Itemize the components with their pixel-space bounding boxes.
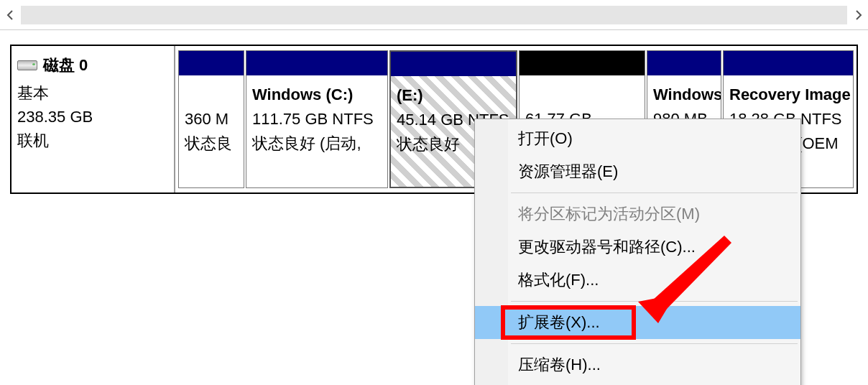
- menu-separator: [511, 192, 798, 193]
- partition[interactable]: Windows (C:)111.75 GB NTFS状态良好 (启动,: [246, 50, 388, 188]
- menu-item[interactable]: 格式化(F)...: [475, 264, 800, 297]
- menu-separator: [511, 301, 798, 302]
- partition-label: Windows: [653, 83, 716, 107]
- partition-header: [391, 52, 516, 76]
- disk-size: 238.35 GB: [17, 105, 168, 129]
- partition-body: 360 M状态良: [179, 75, 244, 187]
- menu-item[interactable]: 更改驱动器号和路径(C)...: [475, 231, 800, 264]
- menu-separator: [511, 343, 798, 344]
- partition-status: 状态良: [185, 131, 239, 156]
- menu-item: 将分区标记为活动分区(M): [475, 198, 800, 231]
- scroll-right-icon[interactable]: [849, 4, 868, 26]
- disk-status: 联机: [17, 129, 168, 152]
- menu-item[interactable]: 打开(O): [475, 122, 800, 155]
- scroll-left-icon[interactable]: [0, 4, 19, 26]
- menu-item[interactable]: 压缩卷(H)...: [475, 348, 800, 381]
- disk-icon: [17, 60, 37, 70]
- menu-item[interactable]: 资源管理器(E): [475, 155, 800, 188]
- horizontal-scrollbar[interactable]: [0, 0, 868, 30]
- partition-label: Windows (C:): [252, 83, 383, 107]
- partition-label: [185, 83, 239, 107]
- partition-header: [246, 51, 387, 75]
- disk-title: 磁盘 0: [43, 53, 88, 77]
- disk-info: 磁盘 0 基本 238.35 GB 联机: [11, 46, 175, 192]
- menu-item[interactable]: 扩展卷(X)...: [475, 306, 800, 339]
- partition-status: 状态良好 (启动,: [252, 131, 383, 156]
- partition-header: [520, 51, 645, 75]
- partition-header: [647, 51, 721, 75]
- menu-item[interactable]: 删除卷(D)...: [475, 381, 800, 385]
- scroll-track[interactable]: [21, 6, 847, 24]
- partition[interactable]: 360 M状态良: [178, 50, 244, 188]
- partition-label: Recovery Image: [729, 83, 849, 107]
- partition-label: (E:): [397, 83, 512, 108]
- partition-body: Windows (C:)111.75 GB NTFS状态良好 (启动,: [246, 75, 387, 187]
- partition-size: 111.75 GB NTFS: [252, 107, 383, 131]
- partition-size: 360 M: [185, 107, 239, 131]
- partition-label: [525, 83, 640, 107]
- partition-header: [724, 51, 853, 75]
- partition-header: [179, 51, 244, 75]
- context-menu: 打开(O)资源管理器(E)将分区标记为活动分区(M)更改驱动器号和路径(C)..…: [474, 119, 801, 385]
- disk-type: 基本: [17, 81, 168, 105]
